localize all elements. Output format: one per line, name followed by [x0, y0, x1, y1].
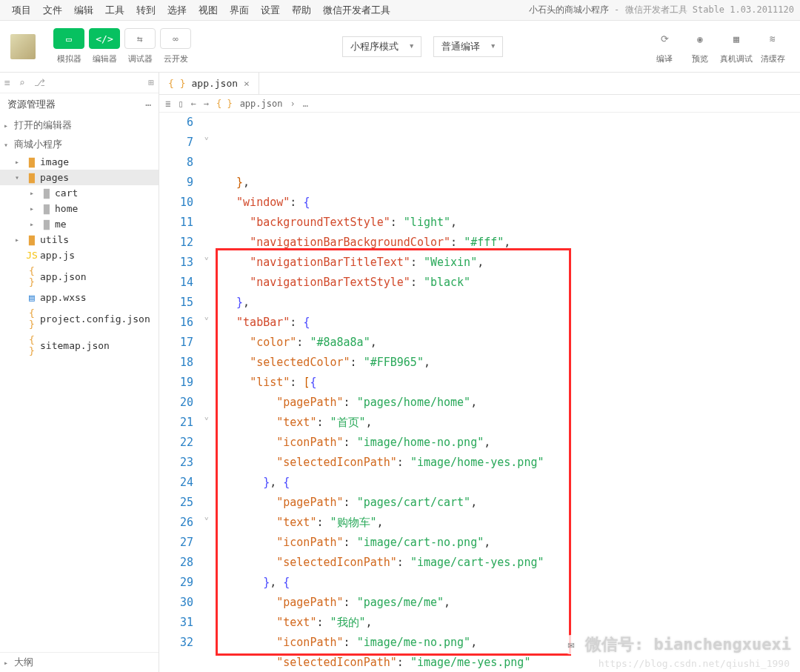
- wechat-icon: ✉: [561, 635, 581, 654]
- breadcrumb[interactable]: app.json: [240, 99, 283, 109]
- folder-icon: ▇: [25, 234, 39, 245]
- tree-item-label: sitemap.json: [40, 340, 110, 351]
- menu-item[interactable]: 设置: [255, 4, 286, 17]
- more-icon[interactable]: ⋯: [145, 99, 151, 110]
- tree-item-project-config-json[interactable]: { }project.config.json: [0, 305, 159, 332]
- tree-item-sitemap-json[interactable]: { }sitemap.json: [0, 332, 159, 359]
- tree-item-label: utils: [40, 234, 69, 245]
- json-icon: { }: [25, 334, 39, 356]
- nav-forward-icon[interactable]: →: [204, 99, 209, 109]
- menu-item[interactable]: 文件: [37, 4, 68, 17]
- menu-item[interactable]: 微信开发者工具: [317, 4, 396, 17]
- tree-item-label: home: [55, 203, 78, 214]
- json-icon: { }: [216, 99, 233, 109]
- tree-item-label: pages: [40, 172, 69, 183]
- nav-back-icon[interactable]: ←: [190, 99, 196, 109]
- folder-icon: ▇: [25, 172, 39, 183]
- outline-section[interactable]: ▸大纲: [0, 652, 159, 672]
- branch-icon[interactable]: ⎇: [34, 77, 45, 88]
- line-gutter: 6789101112131415161718192021222324252627…: [159, 113, 204, 672]
- editor-area: { } app.json × ≣ ▯ ← → { } app.json › … …: [159, 73, 800, 672]
- close-icon[interactable]: ×: [244, 78, 250, 89]
- tree-item-pages[interactable]: ▾▇pages: [0, 170, 159, 185]
- simulator-button[interactable]: ▭: [53, 28, 84, 49]
- project-section[interactable]: ▾商城小程序: [0, 135, 159, 154]
- tree-item-app-json[interactable]: { }app.json: [0, 263, 159, 290]
- tree-item-utils[interactable]: ▸▇utils: [0, 232, 159, 247]
- menu-item[interactable]: 视图: [193, 4, 224, 17]
- explorer-header: 资源管理器 ⋯: [0, 93, 159, 116]
- wxss-icon: ▤: [25, 292, 39, 303]
- tree-item-label: app.js: [40, 250, 75, 261]
- tree-item-home[interactable]: ▸▇home: [0, 201, 159, 216]
- cloud-button[interactable]: ∞: [160, 28, 191, 49]
- tree-item-cart[interactable]: ▸▇cart: [0, 185, 159, 201]
- breadcrumb-rest[interactable]: …: [303, 99, 308, 109]
- extension-icon[interactable]: ⊞: [148, 77, 154, 88]
- code-content[interactable]: }, "window": { "backgroundTextStyle": "l…: [219, 113, 800, 672]
- menu-item[interactable]: 项目: [6, 4, 37, 17]
- menu-item[interactable]: 编辑: [68, 4, 99, 17]
- menu-item[interactable]: 选择: [161, 4, 193, 17]
- preview-button[interactable]: ◉: [684, 28, 716, 49]
- tree-item-label: me: [55, 219, 67, 230]
- tree-item-label: cart: [55, 187, 78, 199]
- menu-item[interactable]: 界面: [224, 4, 255, 17]
- remote-debug-button[interactable]: ▦: [721, 28, 752, 49]
- open-editors-section[interactable]: ▸打开的编辑器: [0, 116, 159, 135]
- sidebar-toolbar: ≡ ⌕ ⎇ ⊞: [0, 73, 159, 93]
- menu-item[interactable]: 工具: [99, 4, 130, 17]
- folder-icon: ▇: [40, 219, 53, 230]
- explorer-sidebar: ≡ ⌕ ⎇ ⊞ 资源管理器 ⋯ ▸打开的编辑器 ▾商城小程序 ▸▇image▾▇…: [0, 73, 159, 672]
- compile-button[interactable]: ⟳: [649, 28, 680, 49]
- mode-select[interactable]: 小程序模式: [342, 36, 421, 57]
- tree-item-app-js[interactable]: JSapp.js: [0, 247, 159, 263]
- folder-icon: ▇: [25, 156, 39, 167]
- bookmark-icon[interactable]: ▯: [178, 99, 183, 109]
- tree-item-image[interactable]: ▸▇image: [0, 154, 159, 170]
- folder-icon: ▇: [40, 203, 53, 214]
- compile-mode-select[interactable]: 普通编译: [433, 36, 503, 57]
- js-icon: JS: [25, 250, 39, 261]
- fold-column[interactable]: ˅˅˅˅˅: [204, 113, 219, 672]
- folder-icon: ▇: [40, 187, 53, 199]
- editor-button[interactable]: </>: [89, 28, 120, 49]
- file-tab-label: app.json: [191, 78, 238, 89]
- menu-bar: 项目文件编辑工具转到选择视图界面设置帮助微信开发者工具 小石头的商城小程序 - …: [0, 0, 800, 21]
- user-avatar[interactable]: [10, 34, 36, 59]
- menu-item[interactable]: 转到: [130, 4, 161, 17]
- hamburger-icon[interactable]: ≡: [4, 77, 10, 88]
- list-icon[interactable]: ≣: [165, 99, 170, 109]
- source-url-watermark: https://blog.csdn.net/qiushi_1990: [599, 658, 790, 669]
- code-editor[interactable]: 6789101112131415161718192021222324252627…: [159, 113, 800, 672]
- tree-item-label: image: [40, 156, 69, 167]
- editor-tabbar: { } app.json ×: [159, 73, 800, 95]
- project-name: 小石头的商城小程序: [529, 4, 609, 15]
- menu-item[interactable]: 帮助: [286, 4, 317, 17]
- watermark: ✉ 微信号: bianchengxuexi: [561, 633, 791, 656]
- tree-item-me[interactable]: ▸▇me: [0, 216, 159, 232]
- breadcrumb-bar: ≣ ▯ ← → { } app.json › …: [159, 95, 800, 113]
- json-icon: { }: [168, 78, 185, 89]
- tree-item-label: project.config.json: [40, 313, 150, 325]
- json-icon: { }: [25, 265, 39, 287]
- tree-item-label: app.json: [40, 271, 87, 282]
- tree-item-app-wxss[interactable]: ▤app.wxss: [0, 290, 159, 305]
- tree-item-label: app.wxss: [40, 292, 87, 303]
- search-icon[interactable]: ⌕: [19, 77, 25, 88]
- debugger-button[interactable]: ⇆: [124, 28, 156, 49]
- clear-cache-button[interactable]: ≋: [757, 28, 788, 49]
- toolbar: ▭模拟器 </>编辑器 ⇆调试器 ∞云开发 小程序模式 普通编译 ⟳编译 ◉预览…: [0, 21, 800, 73]
- file-tab-app-json[interactable]: { } app.json ×: [159, 72, 259, 94]
- window-title: 小石头的商城小程序 - 微信开发者工具 Stable 1.03.2011120: [529, 4, 794, 16]
- json-icon: { }: [25, 307, 39, 330]
